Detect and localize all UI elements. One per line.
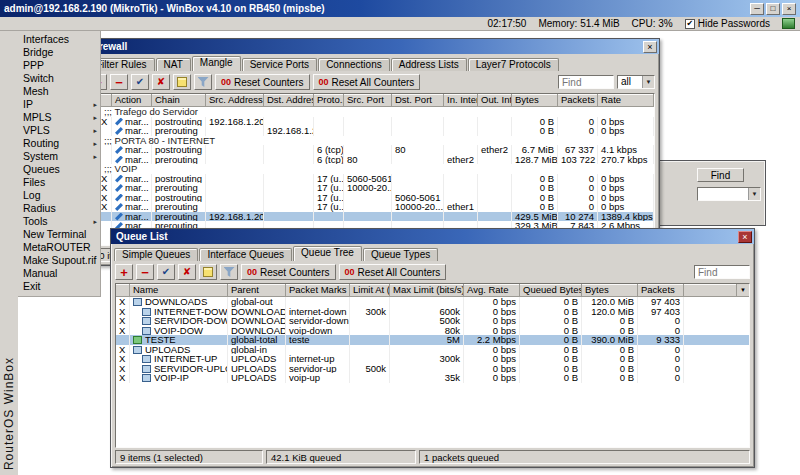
filter-button[interactable] [194,74,212,90]
enable-button[interactable]: ✔ [131,74,149,90]
filter-button[interactable] [220,264,238,280]
firewall-rule-row[interactable]: 5 Xmar...prerouting17 (u...10000-20...0 … [90,183,654,193]
firewall-rule-row[interactable]: 0 Xmar...postrouting192.168.1.200 B00 bp… [90,117,654,127]
firewall-comment-row[interactable]: ;;; Trafego do Servidor [90,107,654,117]
queue-col-name[interactable]: Name [130,284,228,297]
close-button[interactable]: × [782,3,796,15]
sidebar-item-log[interactable]: Log [18,189,100,202]
sidebar-item-interfaces[interactable]: Interfaces [18,33,100,46]
disable-button[interactable]: ✘ [152,74,170,90]
queue-col-max-limit-bits-s[interactable]: Max Limit (bits/s) [390,284,464,297]
firewall-tab-nat[interactable]: NAT [156,58,191,71]
queue-col-limit-at-b[interactable]: Limit At (b... [350,284,390,297]
find-input[interactable] [694,265,750,279]
remove-button[interactable]: − [136,264,154,280]
minimize-button[interactable]: ─ [750,3,764,15]
comment-button[interactable] [173,74,191,90]
queue-col-packet-marks[interactable]: Packet Marks [286,284,350,297]
reset-counters-button[interactable]: 00Reset Counters [215,74,310,90]
firewall-rule-row[interactable]: 2mar...postrouting6 (tcp)80ether26.7 MiB… [90,145,654,155]
firewall-rule-row[interactable]: 4 Xmar...postrouting17 (u...5060-50610 B… [90,174,654,184]
reset-all-counters-button[interactable]: 00Reset All Counters [313,74,421,90]
firewall-col-action[interactable]: Action [112,94,152,107]
sidebar-item-tools[interactable]: Tools▸ [18,215,100,228]
firewall-tab-layer7-protocols[interactable]: Layer7 Protocols [468,58,559,71]
sidebar-item-exit[interactable]: Exit [18,280,100,293]
reset-all-counters-button[interactable]: 00Reset All Counters [339,264,447,280]
queue-tab-queue-types[interactable]: Queue Types [363,248,438,261]
firewall-close-icon[interactable]: × [643,41,657,53]
sidebar-item-metarouter[interactable]: MetaROUTER [18,241,100,254]
disable-button[interactable]: ✘ [178,264,196,280]
sidebar-item-ppp[interactable]: PPP [18,59,100,72]
firewall-col-dst-port[interactable]: Dst. Port [392,94,444,107]
firewall-rule-row[interactable]: 3mar...prerouting6 (tcp)80ether2128.7 Mi… [90,155,654,165]
sidebar-item-radius[interactable]: Radius [18,202,100,215]
sidebar-item-bridge[interactable]: Bridge [18,46,100,59]
firewall-tab-service-ports[interactable]: Service Ports [242,58,317,71]
queue-col-parent[interactable]: Parent [228,284,286,297]
maximize-button[interactable]: □ [766,3,780,15]
firewall-col-rate[interactable]: Rate [598,94,654,107]
remove-button[interactable]: − [110,74,128,90]
sidebar-item-make-supout-rif[interactable]: Make Supout.rif [18,254,100,267]
firewall-col-src-port[interactable]: Src. Port [344,94,392,107]
sidebar-item-mpls[interactable]: MPLS▸ [18,111,100,124]
queue-col-bytes[interactable]: Bytes [582,284,638,297]
queue-col-avg-rate[interactable]: Avg. Rate [464,284,520,297]
queue-row[interactable]: XDOWNLOADSglobal-out0 bps0 B120.0 MiB97 … [116,297,749,307]
sidebar-item-queues[interactable]: Queues [18,163,100,176]
sidebar-item-files[interactable]: Files [18,176,100,189]
firewall-col-in-inter[interactable]: In. Inter... [444,94,478,107]
queue-col-state[interactable] [116,284,130,297]
firewall-comment-row[interactable]: ;;; PORTA 80 - INTERNET [90,136,654,146]
comment-button[interactable] [199,264,217,280]
queue-row[interactable]: XUPLOADSglobal-in0 bps0 B0 B0 [116,345,749,355]
sidebar-item-manual[interactable]: Manual [18,267,100,280]
queue-row[interactable]: TESTEglobal-totalteste5M2.2 Mbps0 B390.0… [116,335,749,345]
firewall-col-out-int[interactable]: Out. Int... [478,94,512,107]
firewall-rule-row[interactable]: 6 Xmar...postrouting17 (u...5060-50610 B… [90,193,654,203]
firewall-comment-row[interactable]: ;;; VOIP [90,164,654,174]
firewall-titlebar[interactable]: Firewall × [85,39,659,54]
firewall-col-packets[interactable]: Packets [558,94,598,107]
sidebar-item-routing[interactable]: Routing▸ [18,137,100,150]
firewall-rule-row[interactable]: 1mar...prerouting192.168.1.200 B00 bps [90,126,654,136]
firewall-col-src-address[interactable]: Src. Address [206,94,264,107]
sidebar-item-switch[interactable]: Switch [18,72,100,85]
queue-row[interactable]: XINTERNET-UPUPLOADSinternet-up300k0 bps0… [116,354,749,364]
queue-col-queued-bytes[interactable]: Queued Bytes [520,284,582,297]
sort-arrow-icon[interactable]: ▼ [736,284,749,297]
queue-row[interactable]: XSERVIDOR-UPLO...UPLOADSservidor-up500k0… [116,364,749,374]
find-button[interactable]: Find [697,168,744,182]
firewall-tab-mangle[interactable]: Mangle [192,56,241,71]
chain-filter-dropdown[interactable]: all ▼ [617,75,655,89]
sidebar-item-new-terminal[interactable]: New Terminal [18,228,100,241]
main-titlebar[interactable]: admin@192.168.2.190 (MikroTik) - WinBox … [0,0,800,17]
queue-row[interactable]: XSERVIDOR-DOW...DOWNLOADSservidor-down50… [116,316,749,326]
queue-row[interactable]: XINTERNET-DOWNDOWNLOADSinternet-down300k… [116,307,749,317]
firewall-col-proto[interactable]: Proto... [314,94,344,107]
enable-button[interactable]: ✔ [157,264,175,280]
queue-tab-interface-queues[interactable]: Interface Queues [199,248,292,261]
queue-tab-queue-tree[interactable]: Queue Tree [293,246,362,261]
firewall-rule-row[interactable]: 7 Xmar...prerouting17 (u...10000-20...et… [90,202,654,212]
firewall-rule-row[interactable]: 8mar...prerouting192.168.1.20429.5 MiB10… [90,212,654,222]
sidebar-item-vpls[interactable]: VPLS▸ [18,124,100,137]
firewall-col-bytes[interactable]: Bytes [512,94,558,107]
firewall-tab-address-lists[interactable]: Address Lists [391,58,467,71]
queue-row[interactable]: XVOIP-IPUPLOADSvoip-up35k0 bps0 B0 B0 [116,373,749,383]
queue-row[interactable]: XVOIP-DOWDOWNLOADSvoip-down80k0 bps0 B0 … [116,326,749,336]
firewall-tab-connections[interactable]: Connections [318,58,390,71]
background-dropdown[interactable]: ▼ [697,187,761,201]
firewall-col-chain[interactable]: Chain [152,94,206,107]
sidebar-item-system[interactable]: System▸ [18,150,100,163]
queue-list-close-icon[interactable]: × [738,231,752,243]
find-input[interactable] [558,75,614,89]
queue-tab-simple-queues[interactable]: Simple Queues [114,248,198,261]
add-button[interactable]: + [115,264,133,280]
reset-counters-button[interactable]: 00Reset Counters [241,264,336,280]
sidebar-item-ip[interactable]: IP▸ [18,98,100,111]
queue-list-titlebar[interactable]: Queue List × [111,229,754,244]
queue-col-packets[interactable]: Packets [638,284,684,297]
